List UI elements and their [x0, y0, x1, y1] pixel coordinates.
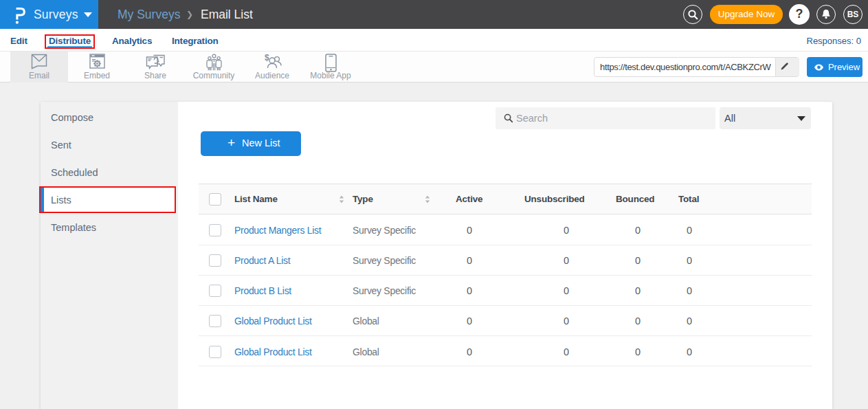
svg-text:$: $	[265, 54, 269, 63]
